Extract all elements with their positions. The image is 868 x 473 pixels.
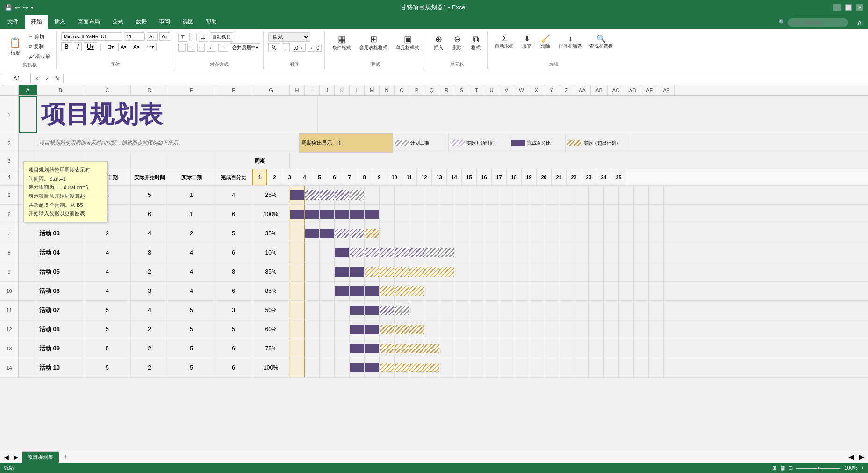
gantt-cell-5-24[interactable] — [634, 186, 649, 204]
gantt-cell-5-17[interactable] — [529, 186, 544, 204]
gantt-cell-12-23[interactable] — [619, 320, 634, 339]
gantt-cell-9-1[interactable] — [290, 262, 305, 281]
cell-e7-actstart[interactable]: 2 — [168, 224, 215, 243]
gantt-cell-9-14[interactable] — [484, 262, 499, 281]
gantt-cell-7-22[interactable] — [604, 224, 619, 243]
maximize-button[interactable]: ⬜ — [845, 4, 852, 11]
gantt-cell-11-22[interactable] — [604, 301, 619, 320]
comma-button[interactable]: , — [282, 43, 290, 52]
col-header-e[interactable]: E — [168, 85, 215, 95]
cell-e5-actstart[interactable]: 1 — [168, 186, 215, 204]
gantt-cell-12-7[interactable] — [380, 320, 395, 339]
col-header-u[interactable]: U — [484, 85, 499, 95]
col-header-t[interactable]: T — [469, 85, 484, 95]
period-num-17[interactable]: 17 — [492, 169, 507, 185]
period-num-11[interactable]: 11 — [402, 169, 417, 185]
gantt-cell-14-15[interactable] — [499, 358, 514, 377]
gantt-cell-8-15[interactable] — [499, 243, 514, 262]
gantt-cell-5-11[interactable] — [439, 186, 454, 204]
gantt-cell-10-15[interactable] — [499, 282, 514, 300]
gantt-cell-8-17[interactable] — [529, 243, 544, 262]
cell-a12[interactable] — [19, 320, 37, 339]
gantt-cell-9-19[interactable] — [559, 262, 574, 281]
gantt-cell-6-1[interactable] — [290, 205, 305, 224]
col-header-j[interactable]: J — [320, 85, 335, 95]
gantt-cell-12-15[interactable] — [499, 320, 514, 339]
gantt-cell-12-20[interactable] — [574, 320, 589, 339]
cell-g9-pct[interactable]: 85% — [252, 262, 290, 281]
gantt-cell-11-18[interactable] — [544, 301, 559, 320]
gantt-cell-11-23[interactable] — [619, 301, 634, 320]
find-select-button[interactable]: 🔍 查找和选择 — [587, 32, 616, 51]
gantt-cell-10-11[interactable] — [439, 282, 454, 300]
cell-f9-actdur[interactable]: 8 — [215, 262, 252, 281]
cell-c12-planstart[interactable]: 5 — [84, 320, 131, 339]
gantt-cell-12-12[interactable] — [454, 320, 469, 339]
gantt-cell-7-10[interactable] — [424, 224, 439, 243]
cell-g3-period[interactable]: 周期 — [252, 153, 290, 169]
gantt-cell-7-9[interactable] — [409, 224, 424, 243]
gantt-cell-12-10[interactable] — [424, 320, 439, 339]
gantt-cell-14-1[interactable] — [290, 358, 305, 377]
gantt-cell-7-8[interactable] — [395, 224, 409, 243]
window-controls[interactable]: — ⬜ ✕ — [833, 4, 863, 11]
period-num-22[interactable]: 22 — [567, 169, 581, 185]
gantt-cell-10-4[interactable] — [335, 282, 350, 300]
cell-d12-plandur[interactable]: 2 — [131, 320, 168, 339]
cell-g13-pct[interactable]: 75% — [252, 339, 290, 358]
gantt-cell-6-10[interactable] — [424, 205, 439, 224]
period-num-16[interactable]: 16 — [477, 169, 492, 185]
gantt-cell-13-21[interactable] — [589, 339, 604, 358]
gantt-cell-12-9[interactable] — [409, 320, 424, 339]
cell-b10-name[interactable]: 活动 06 — [37, 282, 84, 300]
cell-b1-title[interactable]: 项目规划表 — [37, 96, 318, 133]
col-header-w[interactable]: W — [514, 85, 529, 95]
gantt-cell-7-17[interactable] — [529, 224, 544, 243]
tab-help[interactable]: 帮助 — [200, 15, 222, 29]
gantt-cell-7-13[interactable] — [469, 224, 484, 243]
gantt-cell-12-13[interactable] — [469, 320, 484, 339]
search-input[interactable] — [788, 18, 848, 27]
cell-e10-actstart[interactable]: 4 — [168, 282, 215, 300]
gantt-cell-12-3[interactable] — [320, 320, 335, 339]
gantt-cell-6-8[interactable] — [395, 205, 409, 224]
col-header-ab[interactable]: AB — [591, 85, 608, 95]
period-num-7[interactable]: 7 — [342, 169, 357, 185]
gantt-cell-14-20[interactable] — [574, 358, 589, 377]
gantt-cell-14-19[interactable] — [559, 358, 574, 377]
gantt-cell-6-11[interactable] — [439, 205, 454, 224]
cell-d6-plandur[interactable]: 6 — [131, 205, 168, 224]
align-center-button[interactable]: ≡ — [187, 44, 195, 52]
gantt-cell-10-13[interactable] — [469, 282, 484, 300]
align-bottom-button[interactable]: ⊥ — [199, 33, 208, 42]
gantt-cell-7-19[interactable] — [559, 224, 574, 243]
number-format-select[interactable]: 常规 — [268, 32, 310, 42]
gantt-cell-12-14[interactable] — [484, 320, 499, 339]
gantt-cell-8-3[interactable] — [320, 243, 335, 262]
gantt-cell-9-12[interactable] — [454, 262, 469, 281]
gantt-cell-10-14[interactable] — [484, 282, 499, 300]
cell-c11-planstart[interactable]: 5 — [84, 301, 131, 320]
col-header-k[interactable]: K — [335, 85, 350, 95]
gantt-cell-11-16[interactable] — [514, 301, 529, 320]
gantt-cell-7-7[interactable] — [380, 224, 395, 243]
gantt-cell-12-21[interactable] — [589, 320, 604, 339]
gantt-cell-14-16[interactable] — [514, 358, 529, 377]
gantt-cell-6-21[interactable] — [589, 205, 604, 224]
gantt-cell-10-17[interactable] — [529, 282, 544, 300]
gantt-cell-6-24[interactable] — [634, 205, 649, 224]
gantt-cell-8-18[interactable] — [544, 243, 559, 262]
gantt-cell-11-25[interactable] — [649, 301, 664, 320]
gantt-cell-5-16[interactable] — [514, 186, 529, 204]
gantt-cell-6-17[interactable] — [529, 205, 544, 224]
gantt-cell-12-1[interactable] — [290, 320, 305, 339]
cell-b7-name[interactable]: 活动 03 — [37, 224, 84, 243]
period-num-10[interactable]: 10 — [387, 169, 402, 185]
cell-f6-actdur[interactable]: 6 — [215, 205, 252, 224]
font-increase-button[interactable]: A↑ — [147, 32, 158, 41]
col-header-s[interactable]: S — [454, 85, 469, 95]
cell-g5-pct[interactable]: 25% — [252, 186, 290, 204]
cell-e8-actstart[interactable]: 4 — [168, 243, 215, 262]
gantt-cell-8-19[interactable] — [559, 243, 574, 262]
gantt-cell-8-20[interactable] — [574, 243, 589, 262]
